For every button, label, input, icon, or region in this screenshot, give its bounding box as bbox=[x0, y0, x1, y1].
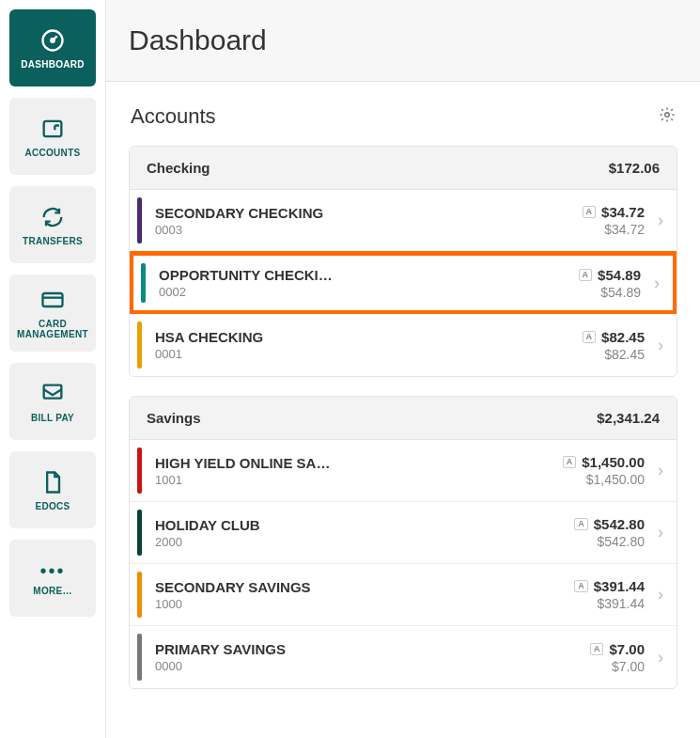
accounts-icon bbox=[39, 116, 66, 142]
chevron-right-icon: › bbox=[646, 274, 667, 293]
account-balance: $7.00 bbox=[609, 641, 645, 657]
available-badge: A bbox=[579, 269, 593, 281]
group-name: Checking bbox=[147, 160, 210, 176]
account-right: A $34.72 $34.72 › bbox=[583, 190, 677, 251]
account-info: SECONDARY SAVINGS 1000 bbox=[142, 564, 574, 625]
account-available: $1,450.00 bbox=[563, 472, 645, 487]
svg-rect-2 bbox=[44, 120, 62, 135]
account-info: SECONDARY CHECKING 0003 bbox=[142, 190, 583, 251]
account-row[interactable]: SECONDARY SAVINGS 1000 A $391.44 $391.44… bbox=[130, 564, 677, 626]
nav-transfers[interactable]: TRANSFERS bbox=[9, 186, 96, 263]
account-balance: $391.44 bbox=[594, 578, 645, 594]
group-total: $172.06 bbox=[609, 160, 660, 176]
account-name: SECONDARY SAVINGS bbox=[155, 579, 565, 595]
svg-point-1 bbox=[51, 39, 54, 42]
group-header: Savings $2,341.24 bbox=[130, 397, 677, 440]
account-name: HIGH YIELD ONLINE SA… bbox=[155, 455, 553, 471]
account-info: OPPORTUNITY CHECKI… 0002 bbox=[146, 256, 579, 310]
chevron-right-icon: › bbox=[650, 585, 671, 605]
nav-label: CARD MANAGEMENT bbox=[9, 319, 96, 339]
account-row[interactable]: SECONDARY CHECKING 0003 A $34.72 $34.72 … bbox=[130, 190, 677, 252]
account-right: A $54.89 $54.89 › bbox=[579, 256, 673, 310]
dashboard-icon bbox=[39, 27, 66, 54]
account-balances: A $391.44 $391.44 bbox=[574, 578, 650, 611]
page-title: Dashboard bbox=[129, 24, 677, 56]
available-badge: A bbox=[574, 580, 588, 592]
available-badge: A bbox=[574, 518, 588, 530]
chevron-right-icon: › bbox=[650, 211, 671, 230]
account-right: A $1,450.00 $1,450.00 › bbox=[563, 440, 677, 501]
account-balances: A $1,450.00 $1,450.00 bbox=[563, 454, 650, 487]
more-icon: ••• bbox=[39, 561, 65, 580]
account-balance: $1,450.00 bbox=[582, 454, 645, 470]
nav-more[interactable]: ••• MORE… bbox=[9, 540, 96, 617]
account-balances: A $54.89 $54.89 bbox=[579, 267, 646, 300]
nav-label: DASHBOARD bbox=[21, 59, 85, 70]
account-balances: A $542.80 $542.80 bbox=[574, 516, 650, 549]
account-number: 0002 bbox=[159, 285, 569, 299]
available-badge: A bbox=[583, 331, 597, 343]
nav-label: TRANSFERS bbox=[23, 236, 83, 246]
nav-bill-pay[interactable]: BILL PAY bbox=[9, 363, 96, 440]
available-badge: A bbox=[590, 643, 604, 655]
account-available: $7.00 bbox=[590, 659, 645, 674]
account-name: HSA CHECKING bbox=[155, 329, 573, 345]
account-balance: $34.72 bbox=[601, 204, 645, 220]
nav-label: MORE… bbox=[33, 586, 72, 596]
nav-label: ACCOUNTS bbox=[24, 148, 80, 158]
edocs-icon bbox=[39, 469, 66, 495]
svg-point-6 bbox=[665, 113, 670, 118]
account-balances: A $82.45 $82.45 bbox=[583, 329, 650, 362]
nav-accounts[interactable]: ACCOUNTS bbox=[9, 98, 96, 175]
transfers-icon bbox=[39, 204, 66, 230]
accounts-section-title: Accounts bbox=[131, 104, 216, 129]
account-info: HOLIDAY CLUB 2000 bbox=[142, 502, 574, 563]
account-name: HOLIDAY CLUB bbox=[155, 517, 565, 533]
account-row[interactable]: OPPORTUNITY CHECKI… 0002 A $54.89 $54.89… bbox=[129, 251, 677, 315]
account-info: PRIMARY SAVINGS 0000 bbox=[142, 626, 590, 688]
account-number: 1001 bbox=[155, 473, 553, 487]
nav-label: EDOCS bbox=[35, 501, 70, 511]
group-total: $2,341.24 bbox=[597, 410, 660, 426]
nav-dashboard[interactable]: DASHBOARD bbox=[9, 9, 96, 86]
account-number: 1000 bbox=[155, 597, 565, 611]
account-right: A $7.00 $7.00 › bbox=[590, 626, 677, 688]
page-header: Dashboard bbox=[106, 0, 700, 82]
gear-icon[interactable] bbox=[659, 106, 676, 127]
card-icon bbox=[39, 287, 66, 313]
account-number: 0003 bbox=[155, 223, 573, 237]
sidebar: DASHBOARD ACCOUNTS TRANSFERS CARD MANAGE… bbox=[0, 0, 105, 738]
account-name: OPPORTUNITY CHECKI… bbox=[159, 267, 569, 283]
account-balances: A $7.00 $7.00 bbox=[590, 641, 650, 674]
chevron-right-icon: › bbox=[650, 461, 671, 480]
account-available: $542.80 bbox=[574, 534, 645, 549]
account-balance: $54.89 bbox=[598, 267, 641, 283]
main-area: Dashboard Accounts Checking $172.06 SECO… bbox=[105, 0, 700, 738]
account-row[interactable]: HOLIDAY CLUB 2000 A $542.80 $542.80 › bbox=[130, 502, 677, 564]
nav-edocs[interactable]: EDOCS bbox=[9, 451, 96, 528]
account-balance: $82.45 bbox=[601, 329, 645, 345]
account-available: $391.44 bbox=[574, 596, 645, 611]
account-group-checking: Checking $172.06 SECONDARY CHECKING 0003… bbox=[129, 146, 677, 377]
account-name: PRIMARY SAVINGS bbox=[155, 641, 581, 657]
account-group-savings: Savings $2,341.24 HIGH YIELD ONLINE SA… … bbox=[129, 396, 677, 689]
account-number: 2000 bbox=[155, 535, 565, 549]
account-number: 0001 bbox=[155, 347, 573, 361]
account-row[interactable]: HIGH YIELD ONLINE SA… 1001 A $1,450.00 $… bbox=[130, 440, 677, 502]
group-header: Checking $172.06 bbox=[130, 147, 677, 190]
svg-rect-3 bbox=[43, 293, 63, 306]
account-available: $34.72 bbox=[583, 222, 645, 237]
account-name: SECONDARY CHECKING bbox=[155, 205, 573, 221]
available-badge: A bbox=[583, 206, 597, 218]
account-row[interactable]: PRIMARY SAVINGS 0000 A $7.00 $7.00 › bbox=[130, 626, 677, 688]
account-balances: A $34.72 $34.72 bbox=[583, 204, 650, 237]
accounts-title-row: Accounts bbox=[131, 104, 676, 129]
chevron-right-icon: › bbox=[650, 336, 671, 355]
nav-card-management[interactable]: CARD MANAGEMENT bbox=[9, 275, 96, 352]
chevron-right-icon: › bbox=[650, 523, 671, 542]
account-available: $82.45 bbox=[583, 347, 645, 362]
account-row[interactable]: HSA CHECKING 0001 A $82.45 $82.45 › bbox=[130, 314, 677, 376]
account-number: 0000 bbox=[155, 659, 581, 673]
nav-label: BILL PAY bbox=[31, 413, 74, 423]
account-right: A $82.45 $82.45 › bbox=[583, 314, 677, 376]
